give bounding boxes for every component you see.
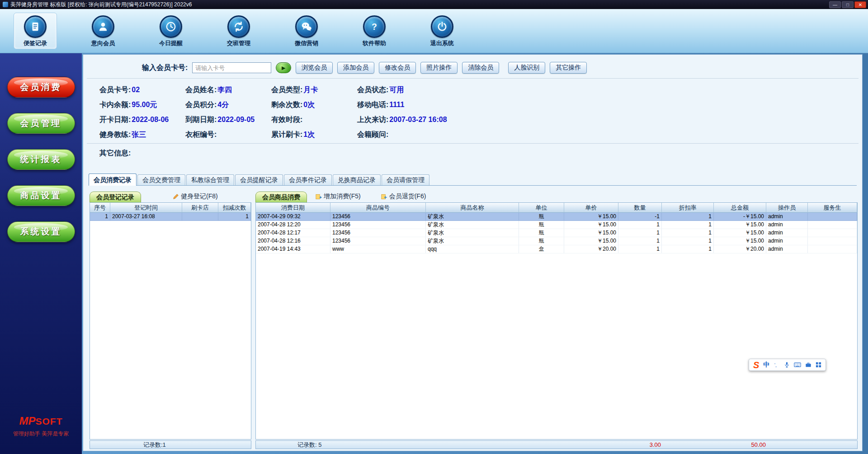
tab-private-coach[interactable]: 私教综合管理 — [186, 174, 234, 185]
sidebar-item-label: 商品设置 — [20, 190, 62, 201]
ime-language-toggle[interactable]: 中 — [763, 361, 769, 369]
toolbar-item-prospective-members[interactable]: 意向会员 — [81, 13, 125, 49]
sidebar-item-product-settings[interactable]: 商品设置 — [7, 185, 75, 206]
member-field-points: 会员积分:4分 — [185, 100, 271, 110]
sidebar-item-system-settings[interactable]: 系统设置 — [7, 221, 75, 242]
member-return-button[interactable]: 会员退货(F6) — [381, 192, 426, 201]
toolbar-item-help[interactable]: ? 软件帮助 — [353, 13, 396, 49]
toolbox-icon[interactable] — [805, 362, 811, 368]
member-field-valid-period: 有效时段: — [271, 115, 357, 125]
tab-payment-management[interactable]: 会员交费管理 — [137, 174, 185, 185]
photo-actions-button[interactable]: 照片操作 — [420, 62, 458, 74]
tab-event-records[interactable]: 会员事件记录 — [284, 174, 332, 185]
cell-unit: 盒 — [519, 245, 564, 253]
maximize-button[interactable]: □ — [842, 1, 854, 8]
member-field-mobile: 移动电话:1111 — [357, 100, 552, 110]
tab-reminder-records[interactable]: 会员提醒记录 — [235, 174, 283, 185]
column-header[interactable]: 消费日期 — [256, 203, 330, 213]
column-header[interactable]: 数量 — [618, 203, 662, 213]
browse-member-button[interactable]: 浏览会员 — [296, 62, 333, 74]
sidebar-item-member-management[interactable]: 会员管理 — [7, 113, 75, 134]
cell-waiter — [808, 213, 857, 221]
toolbar-item-reminders[interactable]: 今日提醒 — [149, 13, 193, 49]
sidebar-item-label: 统计报表 — [20, 154, 62, 165]
cell-discount: 1 — [662, 221, 714, 229]
table-row[interactable]: 2007-04-29 09:32 123456 矿泉水 瓶 ￥15.00 -1 … — [256, 213, 857, 221]
face-recognition-button[interactable]: 人脸识别 — [508, 62, 545, 74]
product-consumption-tab[interactable]: 会员商品消费 — [255, 192, 307, 202]
checkin-table-header: 序号 登记时间 刷卡店 扣减次数 — [90, 203, 251, 213]
member-info-panel: 会员卡号:02 会员姓名:李四 会员类型:月卡 会员状态:可用 卡内余额:95.… — [99, 83, 552, 142]
card-number-input[interactable] — [192, 62, 271, 73]
sidebar-item-statistics-reports[interactable]: 统计报表 — [7, 149, 75, 170]
column-header[interactable]: 单位 — [519, 203, 564, 213]
brand-slogan: 管理好助手 美萍是专家 — [0, 430, 82, 438]
toolbar-item-shift-management[interactable]: 交班管理 — [217, 13, 260, 49]
consumption-record-count: 记录数: 5 — [297, 441, 321, 449]
column-header[interactable]: 商品名称 — [426, 203, 519, 213]
cell-operator: admin — [766, 213, 808, 221]
table-row[interactable]: 2007-04-28 12:17 123456 矿泉水 瓶 ￥15.00 1 1… — [256, 229, 857, 237]
cell-date: 2007-04-28 12:20 — [256, 221, 330, 229]
refresh-icon — [227, 15, 250, 38]
cell-code: 123456 — [330, 237, 426, 245]
table-row[interactable]: 2007-04-28 12:16 123456 矿泉水 瓶 ￥15.00 1 1… — [256, 237, 857, 245]
sidebar-item-member-consumption[interactable]: 会员消费 — [7, 77, 75, 98]
add-consumption-label: 增加消费(F5) — [324, 192, 361, 201]
column-header[interactable]: 服务生 — [808, 203, 857, 213]
minimize-button[interactable]: — — [829, 1, 841, 8]
sogou-logo-icon[interactable]: S — [753, 360, 759, 370]
gym-checkin-button[interactable]: 健身登记(F8) — [173, 192, 218, 201]
other-actions-button[interactable]: 其它操作 — [550, 62, 587, 74]
cell-time: 2007-03-27 16:08 — [110, 213, 182, 221]
toolbar-item-notes[interactable]: 便签记录 — [14, 13, 57, 49]
add-consumption-button[interactable]: 增加消费(F5) — [315, 192, 361, 201]
cell-total: ￥20.00 — [714, 245, 766, 253]
toolbar-item-exit[interactable]: 退出系统 — [420, 13, 464, 49]
divider — [87, 143, 859, 144]
toolbar-item-wechat-marketing[interactable]: 微信营销 — [285, 13, 328, 49]
toolbar-item-label: 今日提醒 — [159, 39, 183, 47]
svg-text:’,: ’, — [774, 362, 777, 367]
tab-leave-management[interactable]: 会员请假管理 — [382, 174, 429, 185]
column-header[interactable]: 总金额 — [714, 203, 766, 213]
column-header[interactable]: 操作员 — [766, 203, 808, 213]
cell-store — [182, 213, 218, 221]
close-button[interactable]: ✕ — [854, 1, 866, 8]
search-go-button[interactable]: ▶ — [276, 62, 291, 73]
column-header[interactable]: 扣减次数 — [218, 203, 251, 213]
table-row[interactable]: 2007-04-19 14:43 www qqq 盒 ￥20.00 1 1 ￥2… — [256, 245, 857, 253]
punctuation-icon[interactable]: ’, — [774, 362, 780, 368]
cell-total: ￥15.00 — [714, 229, 766, 237]
mic-icon[interactable] — [784, 361, 790, 368]
cell-price: ￥15.00 — [564, 213, 618, 221]
add-page-icon — [315, 193, 322, 200]
tab-exchange-records[interactable]: 兑换商品记录 — [333, 174, 381, 185]
edit-member-button[interactable]: 修改会员 — [379, 62, 416, 74]
cell-operator: admin — [766, 229, 808, 237]
column-header[interactable]: 刷卡店 — [182, 203, 218, 213]
column-header[interactable]: 单价 — [564, 203, 618, 213]
chat-bubbles-icon — [295, 15, 318, 38]
column-header[interactable]: 商品编号 — [330, 203, 426, 213]
tab-consumption-records[interactable]: 会员消费记录 — [89, 173, 137, 186]
cell-waiter — [808, 245, 857, 253]
table-row[interactable]: 1 2007-03-27 16:08 1 — [90, 213, 251, 221]
checkin-records-tab[interactable]: 会员登记记录 — [90, 192, 141, 202]
note-icon — [24, 15, 47, 38]
cell-total: ￥15.00 — [714, 221, 766, 229]
column-header[interactable]: 序号 — [90, 203, 110, 213]
toolbar-item-label: 软件帮助 — [363, 39, 386, 47]
checkin-footer: 记录数:1 — [90, 440, 251, 449]
table-row[interactable]: 2007-04-28 12:20 123456 矿泉水 瓶 ￥15.00 1 1… — [256, 221, 857, 229]
consumption-table-header: 消费日期 商品编号 商品名称 单位 单价 数量 折扣率 总金额 操作员 服务生 — [256, 203, 857, 213]
add-member-button[interactable]: 添加会员 — [337, 62, 374, 74]
column-header[interactable]: 折扣率 — [662, 203, 714, 213]
member-field-last-visit: 上次来访:2007-03-27 16:08 — [357, 115, 552, 125]
card-number-label: 输入会员卡号: — [142, 63, 188, 73]
grid-icon[interactable] — [816, 362, 821, 368]
keyboard-icon[interactable] — [794, 362, 801, 368]
pencil-icon — [173, 193, 179, 200]
clear-member-button[interactable]: 清除会员 — [462, 62, 499, 74]
column-header[interactable]: 登记时间 — [110, 203, 182, 213]
